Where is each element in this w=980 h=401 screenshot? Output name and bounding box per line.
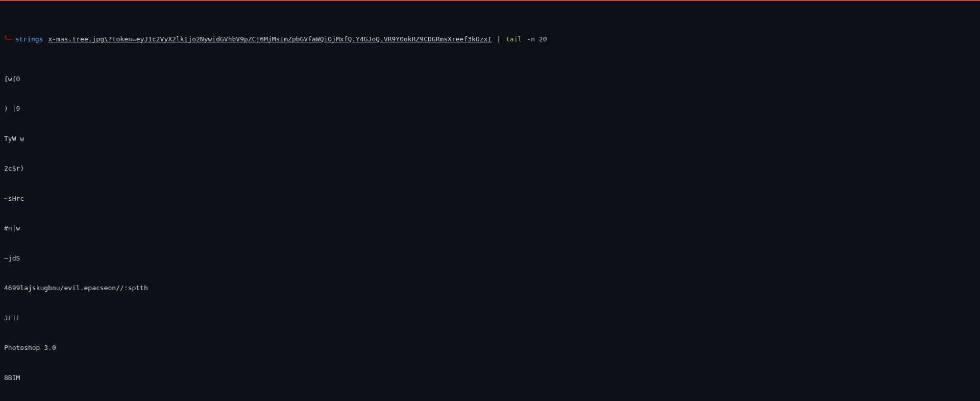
output-line: 2c$r) — [4, 163, 976, 174]
output-line: ~sHrc — [4, 194, 976, 204]
terminal-output[interactable]: └─ strings x-mas.tree.jpg\?token=eyJ1c2V… — [0, 1, 980, 401]
output-line: TyW w — [4, 134, 976, 144]
command-arg-file: x-mas.tree.jpg\?token=eyJ1c2VyX2lkIjo2Ny… — [48, 34, 492, 44]
output-line: ) |9 — [4, 104, 976, 114]
output-line: JFIF — [4, 313, 976, 323]
output-line: ~jdS — [4, 253, 976, 264]
output-line: 8BIM — [4, 373, 976, 383]
command-line-1: └─ strings x-mas.tree.jpg\?token=eyJ1c2V… — [4, 34, 976, 44]
command-strings: strings — [15, 34, 43, 44]
command-tail: tail — [506, 34, 522, 44]
output-line: Photoshop 3.0 — [4, 343, 976, 353]
output-line: 4699lajskugbnu/evil.epacseon//:sptth — [4, 283, 976, 293]
pipe-1: | — [497, 34, 501, 44]
output-line: #n|w — [4, 223, 976, 233]
prompt-arrow-icon: └─ — [4, 34, 12, 44]
command-tail-args: -n 20 — [527, 34, 547, 44]
output-line: {w{O — [4, 74, 976, 84]
